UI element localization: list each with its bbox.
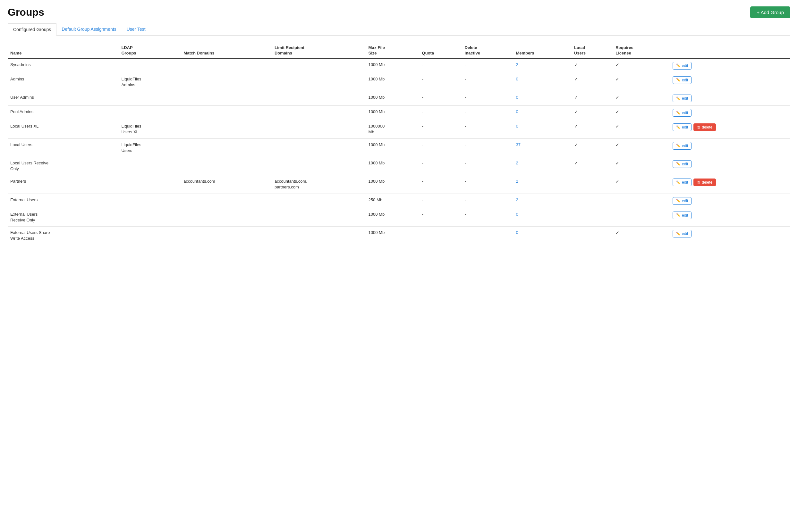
cell-members[interactable]: 0 — [513, 106, 571, 120]
cell-match-domains — [181, 106, 272, 120]
members-link[interactable]: 0 — [516, 124, 518, 129]
members-link[interactable]: 2 — [516, 197, 518, 202]
cell-delete-inactive: - — [462, 194, 513, 208]
cell-members[interactable]: 0 — [513, 227, 571, 245]
page-title: Groups — [8, 6, 44, 18]
cell-ldap-groups: LiquidFiles Users — [119, 138, 181, 157]
members-link[interactable]: 0 — [516, 212, 518, 217]
cell-max-file-size: 1000 Mb — [366, 106, 419, 120]
cell-quota: - — [419, 194, 462, 208]
cell-max-file-size: 250 Mb — [366, 194, 419, 208]
edit-button[interactable]: ✏️ edit — [673, 211, 691, 219]
edit-button[interactable]: ✏️ edit — [673, 230, 691, 238]
cell-local-users: ✓ — [572, 120, 613, 138]
cell-members[interactable]: 0 — [513, 91, 571, 106]
edit-button[interactable]: ✏️ edit — [673, 76, 691, 84]
cell-requires-license: ✓ — [613, 157, 670, 175]
cell-actions: ✏️ edit🗑 delete — [670, 175, 790, 194]
cell-delete-inactive: - — [462, 73, 513, 91]
add-group-button[interactable]: + Add Group — [750, 6, 790, 18]
edit-button[interactable]: ✏️ edit — [673, 95, 691, 102]
delete-button[interactable]: 🗑 delete — [693, 178, 716, 186]
cell-match-domains — [181, 58, 272, 73]
table-row: Local Users XLLiquidFiles Users XL100000… — [8, 120, 790, 138]
members-link[interactable]: 2 — [516, 62, 518, 67]
table-row: Local Users Receive Only1000 Mb--2✓✓✏️ e… — [8, 157, 790, 175]
delete-button[interactable]: 🗑 delete — [693, 124, 716, 131]
edit-icon: ✏️ — [676, 96, 681, 101]
cell-local-users: ✓ — [572, 138, 613, 157]
cell-match-domains — [181, 157, 272, 175]
cell-local-users — [572, 208, 613, 226]
cell-requires-license — [613, 208, 670, 226]
cell-local-users: ✓ — [572, 106, 613, 120]
cell-quota: - — [419, 120, 462, 138]
members-link[interactable]: 37 — [516, 142, 520, 147]
edit-button[interactable]: ✏️ edit — [673, 62, 691, 70]
cell-quota: - — [419, 58, 462, 73]
cell-name: Partners — [8, 175, 119, 194]
cell-max-file-size: 1000 Mb — [366, 73, 419, 91]
cell-members[interactable]: 37 — [513, 138, 571, 157]
cell-actions: ✏️ edit — [670, 73, 790, 91]
table-row: Pool Admins1000 Mb--0✓✓✏️ edit — [8, 106, 790, 120]
edit-button[interactable]: ✏️ edit — [673, 178, 691, 186]
edit-icon: ✏️ — [676, 78, 681, 82]
cell-ldap-groups — [119, 208, 181, 226]
tab-configured-groups[interactable]: Configured Groups — [8, 23, 56, 36]
cell-requires-license: ✓ — [613, 91, 670, 106]
cell-members[interactable]: 2 — [513, 157, 571, 175]
members-link[interactable]: 0 — [516, 109, 518, 114]
cell-name: Local Users Receive Only — [8, 157, 119, 175]
cell-members[interactable]: 0 — [513, 208, 571, 226]
members-link[interactable]: 0 — [516, 77, 518, 81]
cell-name: Admins — [8, 73, 119, 91]
edit-button[interactable]: ✏️ edit — [673, 160, 691, 168]
tab-user-test[interactable]: User Test — [122, 23, 151, 35]
cell-quota: - — [419, 73, 462, 91]
cell-local-users — [572, 227, 613, 245]
members-link[interactable]: 0 — [516, 230, 518, 235]
cell-members[interactable]: 2 — [513, 175, 571, 194]
cell-members[interactable]: 0 — [513, 120, 571, 138]
table-row: External Users250 Mb--2✏️ edit — [8, 194, 790, 208]
cell-limit-recipient-domains — [272, 227, 366, 245]
cell-limit-recipient-domains — [272, 73, 366, 91]
cell-name: User Admins — [8, 91, 119, 106]
cell-ldap-groups: LiquidFiles Users XL — [119, 120, 181, 138]
cell-name: External Users Share Write Access — [8, 227, 119, 245]
edit-button[interactable]: ✏️ edit — [673, 124, 691, 131]
cell-max-file-size: 1000 Mb — [366, 138, 419, 157]
edit-button[interactable]: ✏️ edit — [673, 142, 691, 150]
cell-delete-inactive: - — [462, 227, 513, 245]
edit-button[interactable]: ✏️ edit — [673, 197, 691, 205]
members-link[interactable]: 2 — [516, 179, 518, 184]
tab-default-group-assignments[interactable]: Default Group Assignments — [56, 23, 121, 35]
cell-quota: - — [419, 227, 462, 245]
groups-table: Name LDAPGroups Match Domains Limit Reci… — [8, 43, 790, 245]
table-row: Local UsersLiquidFiles Users1000 Mb--37✓… — [8, 138, 790, 157]
edit-icon: ✏️ — [676, 125, 681, 130]
cell-delete-inactive: - — [462, 106, 513, 120]
cell-delete-inactive: - — [462, 157, 513, 175]
cell-match-domains — [181, 227, 272, 245]
edit-icon: ✏️ — [676, 199, 681, 203]
cell-name: External Users — [8, 194, 119, 208]
cell-match-domains — [181, 91, 272, 106]
cell-ldap-groups — [119, 227, 181, 245]
cell-members[interactable]: 2 — [513, 194, 571, 208]
edit-button[interactable]: ✏️ edit — [673, 109, 691, 117]
cell-quota: - — [419, 157, 462, 175]
col-header-local-users: LocalUsers — [572, 43, 613, 58]
cell-members[interactable]: 0 — [513, 73, 571, 91]
cell-name: Pool Admins — [8, 106, 119, 120]
cell-name: External Users Receive Only — [8, 208, 119, 226]
cell-members[interactable]: 2 — [513, 58, 571, 73]
cell-delete-inactive: - — [462, 91, 513, 106]
cell-limit-recipient-domains — [272, 91, 366, 106]
cell-local-users: ✓ — [572, 73, 613, 91]
members-link[interactable]: 2 — [516, 160, 518, 165]
cell-ldap-groups — [119, 175, 181, 194]
cell-quota: - — [419, 138, 462, 157]
members-link[interactable]: 0 — [516, 95, 518, 100]
